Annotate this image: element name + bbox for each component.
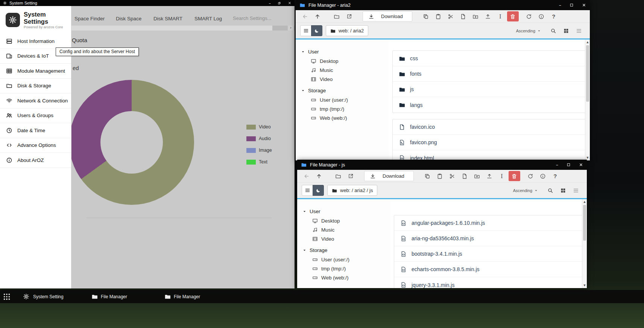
maximize-button[interactable]	[567, 163, 571, 167]
scroll-up-arrow[interactable]: ▲	[582, 200, 587, 203]
folder-row[interactable]: fonts	[393, 66, 586, 82]
list-view-button[interactable]	[576, 28, 582, 34]
file-row[interactable]: jquery-3.3.1.min.js	[394, 277, 583, 288]
app-launcher-button[interactable]	[3, 293, 11, 301]
delete-button[interactable]	[509, 171, 520, 181]
copy-button[interactable]	[420, 11, 431, 21]
scroll-down-arrow[interactable]: ▼	[585, 156, 590, 159]
tab-smart-log[interactable]: SMART Log	[194, 16, 222, 21]
file-row[interactable]: index.html	[393, 150, 586, 160]
sidebar-item-disk-storage[interactable]: Disk & Storage	[0, 79, 71, 94]
vertical-scrollbar[interactable]: ▲ ▼	[582, 199, 587, 288]
close-button[interactable]	[288, 1, 292, 5]
search-button[interactable]	[550, 28, 556, 34]
sidebar-item-about-aroz[interactable]: About ArOZ	[0, 153, 71, 168]
scrollbar-thumb[interactable]	[586, 45, 589, 102]
minimize-button[interactable]: –	[559, 2, 561, 8]
upload-button[interactable]	[482, 11, 494, 21]
restore-button[interactable]	[278, 2, 281, 5]
info-button[interactable]	[536, 11, 547, 21]
titlebar[interactable]: File Manager - aria2 –	[296, 0, 590, 10]
paste-button[interactable]	[433, 11, 444, 21]
scroll-down-arrow[interactable]: ▼	[582, 284, 587, 287]
download-button[interactable]: Download	[363, 11, 412, 21]
tree-item-desktop[interactable]: Desktop	[302, 216, 390, 225]
tab-disk-space[interactable]: Disk Space	[116, 16, 141, 21]
scrollbar-thumb[interactable]	[583, 205, 586, 241]
back-button[interactable]	[299, 11, 311, 21]
rename-button[interactable]: I	[496, 171, 507, 181]
cut-button[interactable]	[447, 171, 458, 181]
file-row[interactable]: aria-ng-da5356c403.min.js	[394, 231, 583, 246]
tree-group-user[interactable]: User	[301, 47, 389, 56]
maximize-button[interactable]	[570, 3, 574, 7]
refresh-button[interactable]	[525, 171, 536, 181]
open-external-button[interactable]	[343, 11, 355, 21]
new-folder-button[interactable]	[470, 11, 481, 21]
grid-view-button[interactable]	[563, 28, 569, 34]
grid-view-button[interactable]	[560, 188, 566, 194]
new-file-button[interactable]	[459, 171, 470, 181]
system-settings-titlebar[interactable]: System Setting –	[0, 0, 295, 6]
folder-row[interactable]: js	[393, 82, 586, 97]
horizontal-scrollbar[interactable]: ›	[71, 26, 295, 31]
file-row[interactable]: favicon.ico	[393, 119, 586, 135]
tree-item-user-drive[interactable]: User (user:/)	[301, 95, 389, 104]
close-button[interactable]	[579, 163, 583, 167]
info-button[interactable]	[537, 171, 548, 181]
tree-item-web-drive[interactable]: Web (web:/)	[301, 113, 389, 122]
copy-button[interactable]	[422, 171, 433, 181]
titlebar[interactable]: File Manager - js –	[297, 160, 587, 170]
sidebar-item-users-groups[interactable]: Users & Groups	[0, 108, 71, 124]
taskbar-item-file-manager-2[interactable]: File Manager	[174, 294, 200, 299]
tree-item-user-drive[interactable]: User (user:/)	[302, 255, 390, 264]
sort-dropdown[interactable]: Ascending	[516, 29, 541, 33]
tree-item-music[interactable]: Music	[302, 225, 390, 234]
tree-item-web-drive[interactable]: Web (web:/)	[302, 273, 390, 282]
rename-button[interactable]: I	[495, 11, 506, 21]
folder-row[interactable]: langs	[393, 97, 586, 113]
file-row[interactable]: favicon.png	[393, 135, 586, 150]
file-row[interactable]: bootstrap-3.4.1.min.js	[394, 246, 583, 262]
download-button[interactable]: Download	[364, 171, 414, 181]
open-folder-button[interactable]	[331, 11, 342, 21]
tree-item-tmp-drive[interactable]: tmp (tmp:/)	[301, 104, 389, 113]
vertical-scrollbar[interactable]: ▲ ▼	[585, 40, 590, 160]
scroll-up-arrow[interactable]: ▲	[585, 41, 590, 44]
scroll-right-arrow[interactable]: ›	[288, 26, 294, 31]
file-row[interactable]: angular-packages-1.6.10.min.js	[394, 215, 583, 231]
tree-group-storage[interactable]: Storage	[302, 246, 390, 255]
file-row[interactable]: echarts-common-3.8.5.min.js	[394, 262, 583, 277]
search-button[interactable]	[547, 188, 553, 194]
new-folder-button[interactable]	[471, 171, 483, 181]
breadcrumb[interactable]: web: / aria2 / js	[327, 185, 377, 196]
cut-button[interactable]	[445, 11, 456, 21]
taskbar-item-file-manager-1[interactable]: File Manager	[101, 294, 127, 299]
tree-group-user[interactable]: User	[302, 207, 390, 216]
sidebar-item-date-time[interactable]: Date & Time	[0, 123, 71, 138]
sidebar-item-network-connection[interactable]: Network & Connection	[0, 93, 71, 108]
close-button[interactable]	[582, 3, 586, 7]
open-external-button[interactable]	[345, 171, 356, 181]
dark-mode-button[interactable]	[313, 185, 324, 196]
upload-button[interactable]	[484, 171, 495, 181]
taskbar-item-system-setting[interactable]: System Setting	[33, 294, 64, 299]
up-button[interactable]	[312, 11, 323, 21]
paste-button[interactable]	[434, 171, 445, 181]
sidebar-item-host-information[interactable]: Host Information	[0, 34, 71, 49]
minimize-button[interactable]: –	[269, 1, 271, 6]
list-view-button[interactable]	[573, 188, 579, 194]
tree-item-desktop[interactable]: Desktop	[301, 56, 389, 66]
sort-dropdown[interactable]: Ascending	[513, 188, 538, 193]
breadcrumb[interactable]: web: / aria2	[326, 25, 368, 36]
tree-group-storage[interactable]: Storage	[301, 86, 389, 95]
tree-item-music[interactable]: Music	[301, 66, 389, 75]
scrollbar-thumb[interactable]	[71, 26, 272, 31]
up-button[interactable]	[313, 171, 325, 181]
delete-button[interactable]	[507, 11, 519, 21]
menu-button[interactable]	[300, 25, 311, 36]
back-button[interactable]	[301, 171, 312, 181]
tab-disk-smart[interactable]: Disk SMART	[153, 16, 182, 21]
tree-item-tmp-drive[interactable]: tmp (tmp:/)	[302, 264, 390, 273]
menu-button[interactable]	[302, 185, 313, 196]
